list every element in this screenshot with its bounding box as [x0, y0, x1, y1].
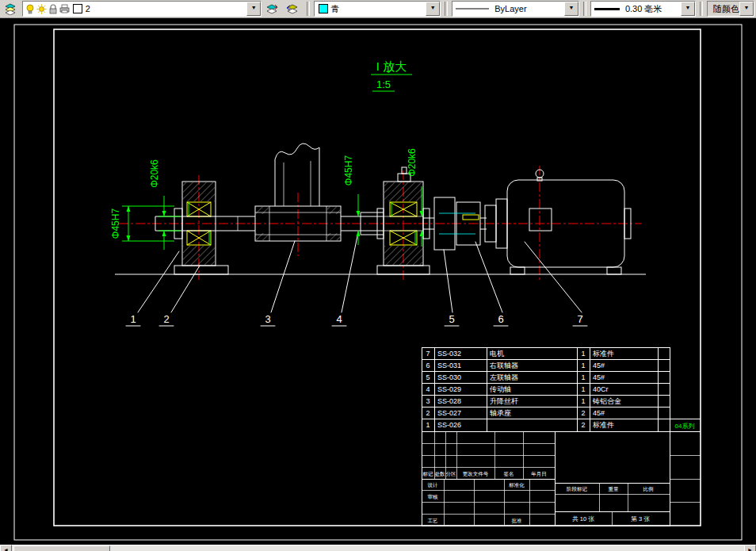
weight-label: 重量	[609, 486, 620, 492]
left-bearing-seat	[155, 182, 255, 274]
svg-text:45#: 45#	[593, 409, 605, 417]
detail-view-title: I 放大 1:5	[371, 59, 412, 91]
toolbar-separator	[445, 2, 448, 16]
lineweight-combo[interactable]: 0.30 毫米 ▼	[590, 1, 696, 17]
svg-text:标准件: 标准件	[592, 350, 614, 358]
bom-row: 2SS-027轴承座245#	[426, 409, 605, 417]
bom-row: 6SS-031右联轴器145#	[426, 362, 605, 369]
svg-text:1: 1	[581, 385, 585, 393]
svg-text:1: 1	[581, 397, 585, 405]
title-block: 标记 处数 分区 更改文件号 签名 年月日 设计 标准化	[422, 419, 701, 526]
design-label: 设计	[428, 482, 439, 488]
current-lineweight-value: 0.30 毫米	[625, 3, 662, 15]
dim-phi20k6-left: Φ20k6	[149, 159, 160, 188]
rev-header-zone: 分区	[446, 471, 457, 476]
plot-style-combo[interactable]: 随颜色 ▼	[707, 1, 754, 17]
rev-header-count: 处数	[435, 471, 446, 477]
balloon-7: 7	[577, 313, 582, 325]
motor	[485, 170, 631, 274]
object-properties-toolbar: 2 ▼ 青 ▼ ByLayer ▼	[0, 0, 756, 18]
assembly-drawing: I 放大 1:5	[0, 18, 756, 541]
svg-text:传动轴: 传动轴	[489, 385, 511, 393]
current-linetype-name: ByLayer	[494, 4, 526, 13]
sun-icon	[36, 4, 47, 14]
svg-text:1: 1	[426, 421, 430, 429]
svg-text:2: 2	[581, 409, 585, 417]
sheet-index: 第 3 张	[631, 515, 650, 522]
make-layer-current-icon	[265, 3, 278, 15]
layer-color-swatch	[73, 4, 82, 13]
svg-text:2: 2	[426, 409, 430, 417]
svg-text:45#: 45#	[593, 362, 605, 369]
approve-label: 批准	[512, 518, 523, 524]
layer-manager-button[interactable]	[2, 1, 21, 17]
drawing-border	[14, 25, 742, 540]
current-color-swatch	[319, 4, 328, 13]
bom-row: 1SS-0262标准件	[426, 421, 614, 429]
svg-text:标准件: 标准件	[592, 421, 614, 429]
svg-text:3: 3	[426, 397, 430, 405]
rev-header-sign: 签名	[504, 471, 514, 477]
linetype-combo-dropdown-arrow[interactable]: ▼	[564, 2, 578, 16]
layer-previous-icon	[286, 3, 299, 15]
linetype-combo[interactable]: ByLayer ▼	[452, 1, 579, 17]
svg-text:轴承座: 轴承座	[490, 409, 511, 417]
layer-combo-dropdown-arrow[interactable]: ▼	[246, 2, 261, 16]
scroll-left-button[interactable]: ◄	[0, 545, 12, 551]
scroll-thumb[interactable]	[13, 545, 110, 551]
color-combo[interactable]: 青 ▼	[314, 1, 441, 17]
svg-text:铸铝合金: 铸铝合金	[592, 397, 621, 405]
linetype-sample-icon	[455, 6, 490, 11]
balloon-2: 2	[163, 313, 169, 325]
svg-text:1: 1	[581, 373, 585, 381]
bom-row: 5SS-030左联轴器145#	[426, 373, 605, 381]
current-plot-style: 随颜色	[713, 3, 739, 15]
balloon-3: 3	[265, 313, 270, 325]
toolbar-separator	[307, 2, 310, 16]
printer-icon	[59, 4, 70, 13]
detail-scale: 1:5	[376, 78, 391, 90]
rev-header-date: 年月日	[531, 471, 547, 477]
process-label: 工艺	[428, 518, 439, 523]
cad-application-window: 2 ▼ 青 ▼ ByLayer ▼	[0, 0, 756, 551]
balloon-5: 5	[449, 313, 454, 325]
bom-row: 4SS-029传动轴140Cr	[426, 385, 608, 393]
current-layer-name: 2	[86, 4, 90, 13]
lineweight-combo-dropdown-arrow[interactable]: ▼	[681, 2, 695, 16]
svg-text:45#: 45#	[593, 373, 605, 381]
layer-combo[interactable]: 2 ▼	[22, 1, 262, 17]
svg-text:SS-027: SS-027	[437, 409, 461, 417]
balloon-6: 6	[498, 313, 503, 325]
check-label: 审核	[428, 494, 439, 499]
dim-phi20k6-right: Φ20k6	[407, 148, 418, 177]
detail-label: I 放大	[376, 59, 407, 73]
svg-text:SS-031: SS-031	[437, 362, 461, 369]
svg-text:电机: 电机	[490, 350, 504, 358]
balloon-1: 1	[130, 313, 136, 325]
scroll-right-button[interactable]: ►	[744, 545, 756, 551]
layer-previous-button[interactable]	[284, 1, 303, 17]
svg-text:SS-029: SS-029	[437, 385, 461, 393]
color-combo-dropdown-arrow[interactable]: ▼	[426, 2, 440, 16]
horizontal-scrollbar[interactable]: ◄ ►	[0, 545, 756, 551]
svg-text:6: 6	[426, 362, 430, 369]
bom-table: 7SS-032电机1标准件 6SS-031右联轴器145# 5SS-030左联轴…	[422, 347, 701, 431]
toolbar-separator	[583, 2, 586, 16]
screw-shaft-break-section	[275, 143, 319, 206]
drawing-canvas[interactable]: I 放大 1:5	[0, 18, 756, 545]
svg-text:右联轴器: 右联轴器	[489, 362, 518, 369]
rev-header-mark: 标记	[422, 471, 434, 477]
layers-icon	[4, 3, 17, 15]
svg-text:左联轴器: 左联轴器	[490, 373, 518, 381]
svg-text:4: 4	[426, 385, 430, 393]
make-object-layer-current-button[interactable]	[263, 1, 282, 17]
bulb-icon	[25, 4, 35, 14]
bom-row: 3SS-028升降丝杆1铸铝合金	[426, 397, 621, 405]
scroll-track[interactable]	[12, 545, 744, 551]
plot-style-dropdown-arrow[interactable]: ▼	[739, 2, 754, 16]
svg-text:SS-026: SS-026	[437, 421, 461, 429]
current-color-name: 青	[331, 3, 340, 15]
stage-mark-label: 阶段标记	[567, 486, 588, 492]
lock-icon	[48, 4, 58, 14]
svg-text:5: 5	[426, 373, 430, 381]
